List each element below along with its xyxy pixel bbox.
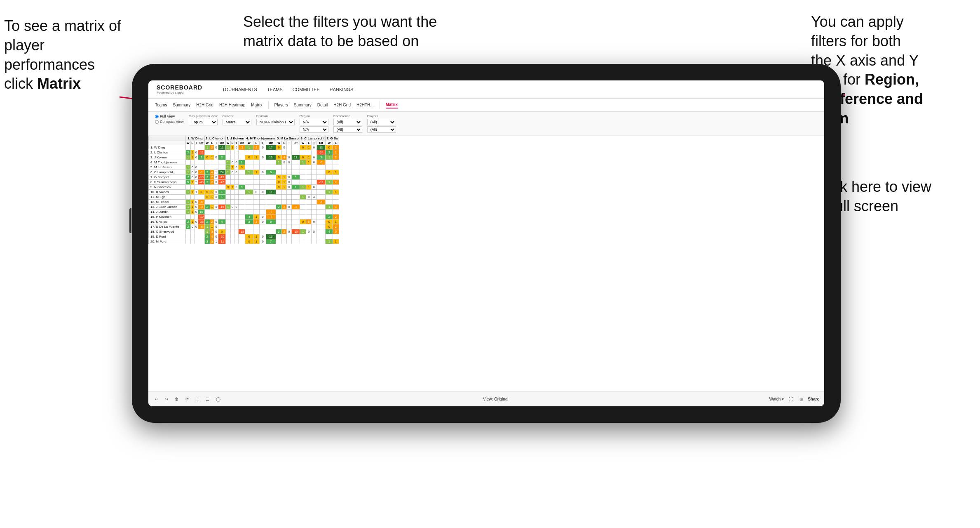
- col-header-1: 1. W Ding: [186, 136, 205, 141]
- cell-8-4-1: 1: [282, 185, 287, 190]
- cell-4-4-1: [282, 165, 287, 170]
- sub-nav-summary[interactable]: Summary: [173, 102, 190, 108]
- cell-11-6-1: [333, 200, 339, 205]
- cell-4-5-2: [312, 165, 317, 170]
- cell-7-2-0: [225, 180, 230, 185]
- cell-18-1-0: 2: [205, 234, 210, 239]
- share-btn[interactable]: Share: [808, 397, 819, 401]
- sub-nav-h2hth[interactable]: H2HTH...: [356, 102, 374, 108]
- conference-select-2[interactable]: (All): [333, 126, 362, 133]
- cell-0-5-1: 1: [306, 145, 312, 150]
- sub-dif-3: Dif: [238, 141, 245, 145]
- cell-19-4-3: [291, 239, 300, 244]
- cell-16-5-1: [306, 224, 312, 229]
- region-select-1[interactable]: N/A: [300, 119, 328, 125]
- region-select-2[interactable]: N/A: [300, 126, 328, 133]
- cell-6-5-0: [300, 175, 306, 180]
- gender-select[interactable]: Men's: [223, 119, 251, 125]
- layout-btn[interactable]: ⬚: [194, 396, 201, 402]
- cell-0-4-3: [291, 145, 300, 150]
- full-view-radio[interactable]: Full View: [155, 114, 184, 118]
- cell-16-4-2: [286, 224, 291, 229]
- cell-2-3-0: 0: [245, 155, 253, 160]
- delete-btn[interactable]: 🗑: [173, 396, 181, 402]
- cell-10-5-2: 4: [312, 195, 317, 200]
- cell-0-0-0: [186, 145, 191, 150]
- compact-view-radio[interactable]: Compact View: [155, 120, 184, 124]
- cell-1-1-2: [214, 150, 218, 155]
- cell-1-3-0: [245, 150, 253, 155]
- cell-1-1-1: [210, 150, 214, 155]
- sub-nav-players[interactable]: Players: [274, 102, 288, 108]
- redo-btn[interactable]: ↪: [163, 396, 170, 402]
- cell-9-2-2: [234, 190, 239, 195]
- cell-6-2-0: [225, 175, 230, 180]
- cell-11-4-3: [291, 200, 300, 205]
- cell-8-2-2: 0: [234, 185, 239, 190]
- sub-nav-h2h-heatmap[interactable]: H2H Heatmap: [219, 102, 245, 108]
- division-select[interactable]: NCAA Division I: [256, 119, 295, 125]
- sub-t-2: T: [214, 141, 218, 145]
- cell-17-3-2: [260, 229, 266, 234]
- sub-nav-matrix[interactable]: Matrix: [251, 102, 262, 108]
- menu-btn[interactable]: ☰: [204, 396, 211, 402]
- compact-view-radio-input[interactable]: [155, 120, 159, 124]
- cell-6-4-2: 0: [286, 175, 291, 180]
- cell-10-5-3: [317, 195, 326, 200]
- cell-19-6-1: 1: [333, 239, 339, 244]
- players-select-1[interactable]: (All): [367, 119, 396, 125]
- sub-nav-summary2[interactable]: Summary: [294, 102, 312, 108]
- sub-nav-h2h-grid[interactable]: H2H Grid: [196, 102, 213, 108]
- cell-9-1-3: 1: [218, 190, 225, 195]
- cell-8-2-3: 9: [238, 185, 245, 190]
- region-label: Region: [300, 114, 328, 118]
- max-players-select[interactable]: Top 25: [189, 119, 218, 125]
- watch-btn[interactable]: Watch ▾: [769, 397, 784, 401]
- cell-18-0-3: [198, 234, 205, 239]
- cell-13-1-3: [218, 210, 225, 214]
- cell-14-5-0: [300, 214, 306, 219]
- cell-5-5-3: [317, 170, 326, 175]
- bottom-tools: ↩ ↪ 🗑 ⟳ ⬚ ☰ ◯: [153, 396, 222, 402]
- undo-btn[interactable]: ↩: [153, 396, 160, 402]
- cell-9-0-1: 1: [190, 190, 194, 195]
- nav-teams[interactable]: TEAMS: [267, 87, 283, 92]
- conference-select-1[interactable]: (All): [333, 119, 362, 125]
- sub-nav-detail[interactable]: Detail: [317, 102, 328, 108]
- cell-13-1-0: [205, 210, 210, 214]
- matrix-scroll[interactable]: 1. W Ding 2. L Clanton 3. J Koivun 4. M …: [148, 136, 824, 391]
- cell-11-1-2: [214, 200, 218, 205]
- cell-8-1-3: [218, 185, 225, 190]
- cell-3-2-2: 0: [234, 160, 239, 165]
- sub-nav-teams[interactable]: Teams: [155, 102, 167, 108]
- settings-btn[interactable]: ◯: [214, 396, 222, 402]
- cell-19-1-1: 3: [210, 239, 214, 244]
- cell-13-6-0: [326, 210, 333, 214]
- cell-3-3-0: [245, 160, 253, 165]
- cell-4-3-0: [245, 165, 253, 170]
- grid-btn[interactable]: ⊞: [798, 396, 804, 402]
- cell-1-5-1: [306, 150, 312, 155]
- cell-14-4-3: [291, 214, 300, 219]
- cell-12-3-1: [253, 205, 260, 210]
- refresh-btn[interactable]: ⟳: [184, 396, 190, 402]
- sub-nav-h2h-grid2[interactable]: H2H Grid: [333, 102, 351, 108]
- cell-2-1-2: 0: [214, 155, 218, 160]
- cell-19-3-0: 0: [245, 239, 253, 244]
- cell-2-4-0: 0: [276, 155, 282, 160]
- cell-10-5-0: 1: [300, 195, 306, 200]
- cell-1-0-0: 2: [186, 150, 191, 155]
- sub-nav-matrix-active[interactable]: Matrix: [386, 101, 398, 108]
- cell-3-0-3: [198, 160, 205, 165]
- cell-4-0-2: 0: [194, 165, 198, 170]
- full-view-radio-input[interactable]: [155, 115, 159, 118]
- players-select-2[interactable]: (All): [367, 126, 396, 133]
- cell-14-1-0: [205, 214, 210, 219]
- nav-rankings[interactable]: RANKINGS: [330, 87, 353, 92]
- nav-tournaments[interactable]: TOURNAMENTS: [222, 87, 257, 92]
- nav-committee[interactable]: COMMITTEE: [293, 87, 320, 92]
- cell-14-1-3: [218, 214, 225, 219]
- gender-label: Gender: [223, 114, 251, 118]
- cell-2-5-2: 0: [312, 155, 317, 160]
- fullscreen-btn[interactable]: ⛶: [787, 396, 795, 402]
